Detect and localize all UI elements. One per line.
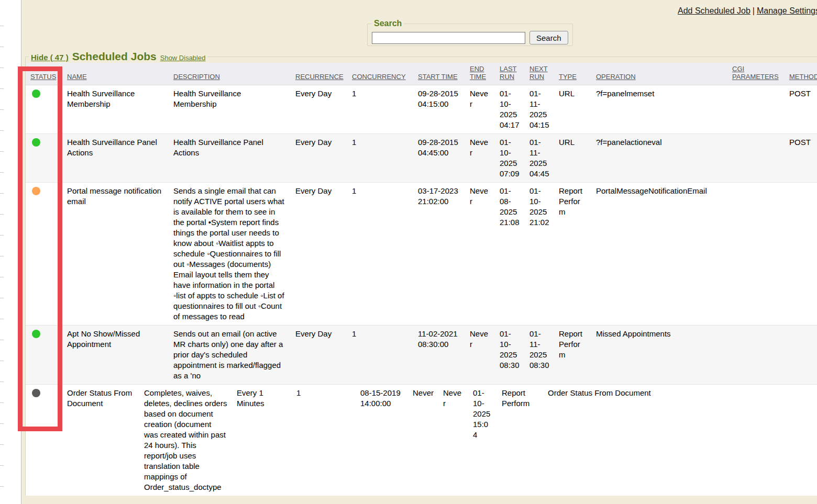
cell-type: Report Perform: [497, 385, 543, 496]
cell-start-time: 09-28-2015 04:45:00: [413, 134, 465, 183]
column-header-status[interactable]: STATUS: [26, 63, 62, 85]
cell-method: [785, 183, 817, 326]
scheduled-jobs-table: STATUS NAME DESCRIPTION RECURRENCE CONCU…: [26, 63, 817, 384]
job-row: Portal message notification emailSends a…: [26, 183, 817, 326]
status-dot-orange: [32, 187, 40, 195]
link-separator: |: [750, 6, 757, 15]
cell-recurrence: Every Day: [291, 326, 347, 385]
cell-next-run: 01-11-2025 04:45: [525, 134, 554, 183]
scheduled-jobs-legend: Hide ( 47 ) Scheduled Jobs Show Disabled: [29, 50, 207, 63]
job-row: Order Status From DocumentCompletes, wai…: [26, 385, 817, 496]
cell-end-time: Never: [465, 183, 495, 326]
column-header-end-time[interactable]: END TIME: [465, 63, 495, 85]
cell-operation: ?f=panelmemset: [591, 85, 727, 134]
cell-recurrence: Every Day: [291, 183, 347, 326]
cell-method: POST: [785, 134, 817, 183]
cell-status: [26, 326, 62, 385]
hide-count-link[interactable]: Hide ( 47 ): [31, 53, 69, 62]
cell-description: Sends a single email that can notify ACT…: [169, 183, 291, 326]
search-panel: Search Search: [367, 19, 573, 46]
status-dot-gray: [32, 389, 40, 397]
search-input[interactable]: [372, 32, 525, 44]
cell-start-time: 11-02-2021 08:30:00: [413, 326, 465, 385]
cell-concurrency: 1: [347, 85, 413, 134]
cell-start-time: 03-17-2023 21:02:00: [413, 183, 465, 326]
status-dot-green: [32, 89, 40, 98]
cell-status: [26, 385, 62, 496]
cell-name: Apt No Show/Missed Appointment: [62, 326, 169, 385]
cell-type: URL: [554, 134, 591, 183]
left-gutter: [0, 0, 21, 504]
cell-end-time: Never: [465, 134, 495, 183]
cell-operation: PortalMessageNotificationEmail: [591, 183, 727, 326]
cell-operation: Missed Appointments: [591, 326, 727, 385]
cell-start-time: 09-28-2015 04:15:00: [413, 85, 465, 134]
column-header-method[interactable]: METHOD: [785, 63, 817, 85]
column-header-last-run[interactable]: LAST RUN: [495, 63, 525, 85]
job-row: Apt No Show/Missed AppointmentSends out …: [26, 326, 817, 385]
column-header-concurrency[interactable]: CONCURRENCY: [347, 63, 413, 85]
cell-name: Health Surveillance Membership: [62, 85, 169, 134]
cell-cgi-parameters: [727, 134, 785, 183]
show-disabled-link[interactable]: Show Disabled: [160, 54, 206, 62]
cell-recurrence: Every Day: [291, 134, 347, 183]
job-row: Health Surveillance Panel ActionsHealth …: [26, 134, 817, 183]
cell-end-time: Never: [408, 385, 438, 496]
cell-name: Portal message notification email: [62, 183, 169, 326]
cell-concurrency: 1: [347, 183, 413, 326]
cell-concurrency: 1: [292, 385, 356, 496]
manage-settings-link[interactable]: Manage Settings: [757, 6, 817, 15]
column-header-name[interactable]: NAME: [62, 63, 169, 85]
cell-description: Health Surveillance Membership: [169, 85, 291, 134]
gutter-tick-marks: [0, 5, 4, 499]
cell-name: Order Status From Document: [62, 385, 139, 496]
cell-start-time: 08-15-2019 14:00:00: [356, 385, 408, 496]
cell-type: Report Perform: [554, 326, 591, 385]
cell-recurrence: Every 1 Minutes: [232, 385, 292, 496]
scheduled-jobs-table-continued: Order Status From DocumentCompletes, wai…: [26, 384, 817, 496]
cell-method: [785, 326, 817, 385]
column-header-recurrence[interactable]: RECURRENCE: [291, 63, 347, 85]
status-dot-green: [32, 330, 40, 338]
cell-next-run: 01-10-2025 15:04: [468, 385, 497, 496]
cell-status: [26, 134, 62, 183]
cell-description: Health Surveillance Panel Actions: [169, 134, 291, 183]
table-header-row: STATUS NAME DESCRIPTION RECURRENCE CONCU…: [26, 63, 817, 85]
column-header-type[interactable]: TYPE: [554, 63, 591, 85]
column-header-next-run[interactable]: NEXT RUN: [525, 63, 554, 85]
status-dot-green: [32, 138, 40, 147]
cell-last-run: 01-10-2025 07:09: [495, 134, 525, 183]
cell-end-time: Never: [465, 85, 495, 134]
search-legend: Search: [372, 19, 404, 28]
search-button[interactable]: Search: [529, 31, 568, 44]
page-content: Add Scheduled Job|Manage Settings Search…: [21, 0, 817, 504]
cell-recurrence: Every Day: [291, 85, 347, 134]
cell-last-run: 01-10-2025 04:17: [495, 85, 525, 134]
top-right-links: Add Scheduled Job|Manage Settings: [678, 6, 817, 16]
cell-description: Completes, waives, deletes, declines ord…: [139, 385, 232, 496]
cell-concurrency: 1: [347, 134, 413, 183]
cell-operation: Order Status From Document: [543, 385, 817, 496]
cell-last-run: 01-08-2025 21:08: [495, 183, 525, 326]
cell-operation: ?f=panelactioneval: [591, 134, 727, 183]
add-scheduled-job-link[interactable]: Add Scheduled Job: [678, 6, 750, 15]
cell-status: [26, 85, 62, 134]
column-header-cgi-parameters[interactable]: CGI PARAMETERS: [727, 63, 785, 85]
page-title: Scheduled Jobs: [72, 50, 157, 63]
cell-type: Report Perform: [554, 183, 591, 326]
cell-name: Health Surveillance Panel Actions: [62, 134, 169, 183]
cell-next-run: 01-10-2025 21:02: [525, 183, 554, 326]
scheduled-jobs-panel: Hide ( 47 ) Scheduled Jobs Show Disabled…: [25, 50, 817, 496]
cell-status: [26, 183, 62, 326]
cell-type: URL: [554, 85, 591, 134]
cell-next-run: 01-11-2025 08:30: [525, 326, 554, 385]
cell-method: POST: [785, 85, 817, 134]
column-header-operation[interactable]: OPERATION: [591, 63, 727, 85]
column-header-start-time[interactable]: START TIME: [413, 63, 465, 85]
cell-last-run: Never: [438, 385, 468, 496]
cell-cgi-parameters: [727, 85, 785, 134]
cell-cgi-parameters: [727, 326, 785, 385]
column-header-description[interactable]: DESCRIPTION: [169, 63, 291, 85]
cell-cgi-parameters: [727, 183, 785, 326]
job-row: Health Surveillance MembershipHealth Sur…: [26, 85, 817, 134]
